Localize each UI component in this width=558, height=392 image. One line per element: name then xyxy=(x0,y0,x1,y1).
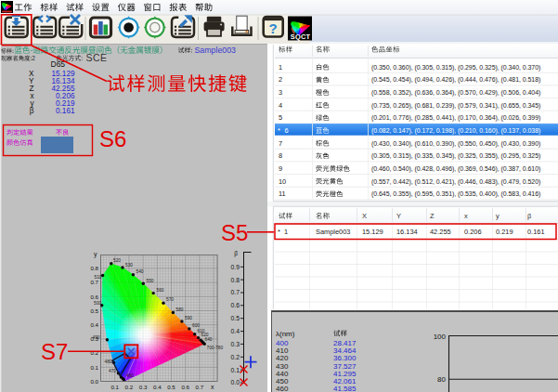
svg-text:500: 500 xyxy=(94,301,101,306)
svg-text:Sample003: Sample003 xyxy=(195,46,237,55)
svg-text:?: ? xyxy=(269,20,278,36)
svg-text:0.4: 0.4 xyxy=(231,328,240,334)
svg-text:9: 9 xyxy=(279,164,282,173)
svg-text:530: 530 xyxy=(125,263,133,268)
svg-text:100: 100 xyxy=(434,333,447,341)
svg-text:X: X xyxy=(362,212,367,220)
svg-text:x: x xyxy=(464,212,468,220)
svg-text:(0.735, 0.265), (0.681, 0.239): (0.735, 0.265), (0.681, 0.239), (0.579, … xyxy=(371,102,540,110)
svg-text:λ(nm): λ(nm) xyxy=(276,330,295,338)
svg-text:0.8: 0.8 xyxy=(231,277,240,283)
svg-text:(0.082, 0.147), (0.172, 0.198): (0.082, 0.147), (0.172, 0.198), (0.210, … xyxy=(371,127,540,135)
svg-text:4: 4 xyxy=(279,101,282,110)
svg-text:(0.558, 0.352), (0.636, 0.364): (0.558, 0.352), (0.636, 0.364), (0.570, … xyxy=(371,89,540,97)
svg-text:41.585: 41.585 xyxy=(333,385,357,392)
svg-text:550: 550 xyxy=(147,279,154,283)
svg-text:0.1: 0.1 xyxy=(110,384,119,390)
svg-text:(0.557, 0.442), (0.512, 0.421): (0.557, 0.442), (0.512, 0.421), (0.446, … xyxy=(371,178,540,186)
svg-text:0.161: 0.161 xyxy=(527,228,545,236)
svg-text:0.3: 0.3 xyxy=(90,335,98,342)
svg-text:6: 6 xyxy=(285,126,289,135)
svg-text:15.129: 15.129 xyxy=(362,228,383,236)
svg-text:10: 10 xyxy=(279,177,286,186)
svg-text:0.0: 0.0 xyxy=(90,378,98,385)
svg-text:560: 560 xyxy=(157,288,164,293)
svg-text:0.5: 0.5 xyxy=(231,315,240,321)
svg-text:(0.460, 0.540), (0.428, 0.496): (0.460, 0.540), (0.428, 0.496), (0.369, … xyxy=(371,165,540,173)
svg-text:Sample003: Sample003 xyxy=(316,228,350,236)
svg-text:7: 7 xyxy=(279,139,282,148)
svg-text:16.134: 16.134 xyxy=(396,228,418,236)
svg-text:0.6: 0.6 xyxy=(231,302,240,308)
svg-text:470: 470 xyxy=(109,369,116,373)
svg-text:0.3: 0.3 xyxy=(231,341,240,347)
svg-text:β: β xyxy=(30,107,34,115)
svg-text:0.2: 0.2 xyxy=(125,384,134,390)
svg-text:*: * xyxy=(278,228,280,236)
svg-text:42.255: 42.255 xyxy=(430,228,451,236)
svg-text:11: 11 xyxy=(279,189,286,198)
svg-text:700-780: 700-780 xyxy=(207,346,224,350)
svg-text:0.7: 0.7 xyxy=(231,289,240,295)
svg-text:SQCT: SQCT xyxy=(291,33,311,41)
svg-text:(0.201, 0.776), (0.285, 0.441): (0.201, 0.776), (0.285, 0.441), (0.170, … xyxy=(371,114,540,122)
svg-text:y: y xyxy=(94,251,97,258)
svg-text:1: 1 xyxy=(279,63,282,72)
svg-text:0.3: 0.3 xyxy=(139,384,148,390)
svg-text:0.206: 0.206 xyxy=(464,228,482,236)
svg-text:(0.305, 0.315), (0.335, 0.345): (0.305, 0.315), (0.335, 0.345), (0.325, … xyxy=(371,152,540,160)
svg-text:460: 460 xyxy=(126,373,134,378)
svg-text:0.1: 0.1 xyxy=(231,367,240,373)
svg-text:0.7: 0.7 xyxy=(90,279,98,285)
svg-text:-: - xyxy=(30,46,32,55)
svg-text:5: 5 xyxy=(279,113,282,122)
svg-text:480: 480 xyxy=(104,359,111,364)
svg-text:Z: Z xyxy=(430,212,435,220)
svg-text:0.1: 0.1 xyxy=(90,364,98,371)
svg-text:x: x xyxy=(211,384,214,390)
svg-text:3: 3 xyxy=(279,88,282,97)
svg-text:β: β xyxy=(527,212,531,220)
svg-text:*: * xyxy=(278,126,280,135)
svg-text:S7: S7 xyxy=(41,339,68,364)
svg-text:0.9: 0.9 xyxy=(231,264,240,270)
svg-text:600: 600 xyxy=(192,323,200,328)
svg-text:0.219: 0.219 xyxy=(496,228,513,236)
svg-text:520: 520 xyxy=(113,258,121,263)
svg-text:S6: S6 xyxy=(99,126,126,151)
svg-text:(0.645, 0.355), (0.595, 0.351): (0.645, 0.355), (0.595, 0.351), (0.535, … xyxy=(371,190,540,198)
svg-text:0.6: 0.6 xyxy=(90,294,98,300)
svg-text:S5: S5 xyxy=(221,220,248,245)
svg-text:0.6: 0.6 xyxy=(181,384,189,390)
svg-text:460: 460 xyxy=(276,385,289,392)
svg-text:(0.350, 0.360), (0.305, 0.315): (0.350, 0.360), (0.305, 0.315), (0.295, … xyxy=(371,64,540,72)
svg-text:0.161: 0.161 xyxy=(56,107,75,115)
svg-text:0.5: 0.5 xyxy=(90,307,98,314)
svg-text:0.8: 0.8 xyxy=(90,265,98,271)
svg-text:570: 570 xyxy=(166,297,174,302)
svg-text:640: 640 xyxy=(205,337,213,342)
svg-text:(0.430, 0.340), (0.610, 0.390): (0.430, 0.340), (0.610, 0.390), (0.550, … xyxy=(371,140,540,148)
svg-text:β: β xyxy=(234,250,238,257)
svg-text:8: 8 xyxy=(279,151,282,160)
svg-text:(0.545, 0.454), (0.494, 0.426): (0.545, 0.454), (0.494, 0.426), (0.444, … xyxy=(371,76,540,84)
svg-text:590: 590 xyxy=(185,316,192,320)
svg-text:2: 2 xyxy=(32,55,35,61)
svg-text:1: 1 xyxy=(284,228,288,236)
svg-text:0.0: 0.0 xyxy=(231,379,240,385)
svg-text:0.4: 0.4 xyxy=(153,384,162,390)
svg-text:Y: Y xyxy=(396,212,401,220)
svg-text:540: 540 xyxy=(136,269,144,274)
svg-text:0.4: 0.4 xyxy=(90,321,98,328)
svg-text:80: 80 xyxy=(437,375,446,384)
svg-text:0.5: 0.5 xyxy=(167,384,175,390)
svg-text:2: 2 xyxy=(279,75,282,84)
svg-text:0.2: 0.2 xyxy=(231,354,240,360)
svg-text:y: y xyxy=(496,212,500,220)
svg-text:0.7: 0.7 xyxy=(196,384,204,390)
svg-text:580: 580 xyxy=(176,307,184,312)
svg-text:SCE: SCE xyxy=(86,52,108,63)
